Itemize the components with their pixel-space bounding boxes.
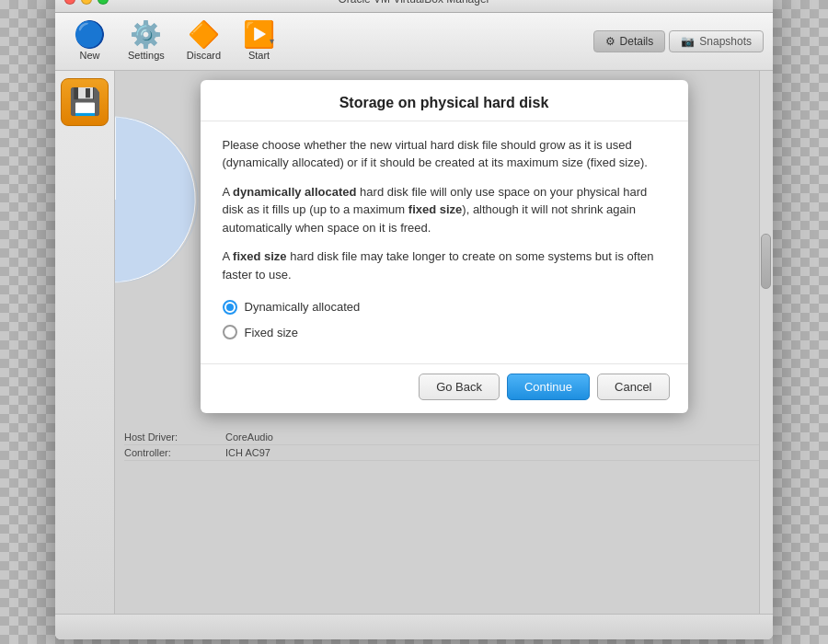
statusbar <box>55 614 773 639</box>
modal-para2: A dynamically allocated hard disk file w… <box>223 183 666 237</box>
window-title: Oracle VM VirtualBox Manager <box>338 0 489 6</box>
start-label: Start <box>248 50 270 61</box>
main-window: Oracle VM VirtualBox Manager 🔵 New ⚙️ Se… <box>55 0 773 639</box>
toolbar: 🔵 New ⚙️ Settings 🔶 Discard ▶️ Start ▾ ⚙… <box>55 13 773 71</box>
sidebar: 💾 <box>55 71 115 614</box>
modal-title: Storage on physical hard disk <box>219 95 670 111</box>
details-label: Details <box>620 35 654 48</box>
maximize-button[interactable] <box>98 0 109 5</box>
modal-overlay: Storage on physical hard disk Please cho… <box>115 71 773 614</box>
modal-body: Please choose whether the new virtual ha… <box>201 121 688 364</box>
bold-fixed-size2: fixed size <box>233 249 287 263</box>
bold-fixed-size: fixed size <box>408 202 463 216</box>
continue-button[interactable]: Continue <box>507 374 590 400</box>
bold-dynamically: dynamically allocated <box>233 185 356 199</box>
cancel-button[interactable]: Cancel <box>597 374 669 400</box>
settings-button[interactable]: ⚙️ Settings <box>119 18 174 64</box>
start-button[interactable]: ▶️ Start ▾ <box>234 18 284 64</box>
new-icon: 🔵 <box>74 22 106 48</box>
radio-item-fixed[interactable]: Fixed size <box>223 324 666 342</box>
settings-label: Settings <box>128 50 165 61</box>
details-icon: ⚙ <box>605 35 615 48</box>
snapshots-button[interactable]: 📷 Snapshots <box>669 30 764 52</box>
radio-group: Dynamically allocated Fixed size <box>223 298 666 341</box>
details-button[interactable]: ⚙ Details <box>593 30 666 52</box>
modal-dialog: Storage on physical hard disk Please cho… <box>201 80 688 414</box>
modal-para3: A fixed size hard disk file may take lon… <box>223 247 666 283</box>
radio-dynamic-label: Dynamically allocated <box>245 298 361 316</box>
titlebar: Oracle VM VirtualBox Manager <box>55 0 773 13</box>
new-button[interactable]: 🔵 New <box>64 18 115 64</box>
titlebar-buttons <box>64 0 109 5</box>
sidebar-item-vm[interactable]: 💾 <box>61 78 109 126</box>
modal-header: Storage on physical hard disk <box>201 80 688 121</box>
radio-fixed-label: Fixed size <box>245 324 299 342</box>
radio-item-dynamic[interactable]: Dynamically allocated <box>223 298 666 316</box>
close-button[interactable] <box>64 0 75 5</box>
modal-para1: Please choose whether the new virtual ha… <box>223 136 666 172</box>
start-dropdown-icon[interactable]: ▾ <box>270 36 274 46</box>
vm-icon: 💾 <box>69 86 101 117</box>
minimize-button[interactable] <box>81 0 92 5</box>
discard-label: Discard <box>187 50 221 61</box>
radio-dynamic[interactable] <box>223 300 237 315</box>
snapshots-icon: 📷 <box>681 35 695 48</box>
settings-icon: ⚙️ <box>130 22 162 48</box>
content-area: Host Driver: CoreAudio Controller: ICH A… <box>115 71 773 614</box>
toolbar-right: ⚙ Details 📷 Snapshots <box>593 30 764 52</box>
discard-button[interactable]: 🔶 Discard <box>178 18 230 64</box>
go-back-button[interactable]: Go Back <box>419 374 500 400</box>
radio-fixed[interactable] <box>223 325 237 339</box>
main-area: 💾 Host Driver: CoreAudio Controller: ICH… <box>55 71 773 614</box>
new-label: New <box>79 50 99 61</box>
discard-icon: 🔶 <box>188 22 220 48</box>
snapshots-label: Snapshots <box>699 35 752 48</box>
modal-footer: Go Back Continue Cancel <box>201 363 688 413</box>
